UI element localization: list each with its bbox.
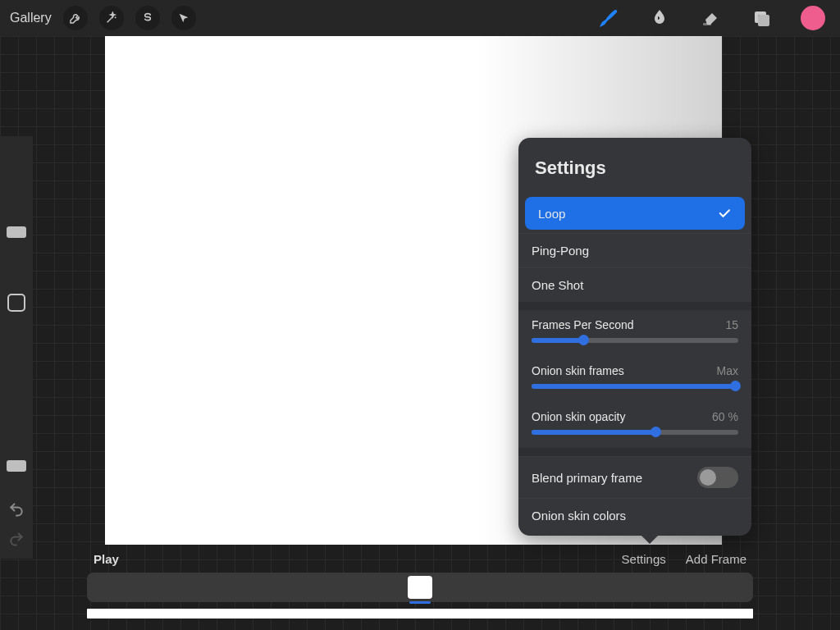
brush-opacity-knob[interactable] (7, 460, 26, 472)
fps-slider-knob[interactable] (578, 335, 589, 345)
timeline-header: Play Settings Add Frame (87, 546, 753, 571)
eraser-tool[interactable] (699, 7, 722, 30)
redo-icon[interactable] (8, 531, 25, 547)
adjustments-button[interactable] (99, 6, 124, 30)
onion-opacity-value: 60 % (712, 410, 738, 423)
onion-frames-slider-block: Onion skin frames Max (518, 356, 751, 402)
onion-opacity-slider[interactable] (532, 430, 738, 435)
onion-opacity-slider-block: Onion skin opacity 60 % (518, 402, 751, 448)
onion-opacity-label: Onion skin opacity (532, 410, 625, 423)
smudge-icon (650, 8, 669, 28)
undo-icon[interactable] (8, 501, 25, 518)
wand-icon (105, 11, 118, 25)
playback-mode-label: One Shot (532, 278, 583, 292)
fps-label: Frames Per Second (532, 318, 634, 331)
transform-button[interactable] (171, 6, 196, 30)
timeline-settings-button[interactable]: Settings (622, 552, 666, 566)
fps-slider-block: Frames Per Second 15 (518, 310, 751, 356)
svg-rect-0 (703, 23, 711, 25)
blend-primary-row: Blend primary frame (518, 456, 751, 498)
animation-settings-popover: Settings Loop Ping-Pong One Shot Frames … (518, 138, 751, 536)
popover-separator (518, 302, 751, 310)
onion-opacity-slider-knob[interactable] (651, 427, 661, 437)
playback-mode-label: Ping-Pong (532, 244, 589, 258)
gallery-button[interactable]: Gallery (10, 11, 52, 25)
playback-mode-pingpong[interactable]: Ping-Pong (518, 233, 751, 267)
onion-frames-value: Max (717, 364, 738, 377)
playback-mode-loop[interactable]: Loop (525, 197, 745, 230)
checkmark-icon (717, 206, 732, 221)
play-button[interactable]: Play (94, 552, 119, 566)
onion-skin-colors-label: Onion skin colors (532, 509, 626, 523)
onion-frames-slider[interactable] (532, 384, 738, 389)
top-toolbar: Gallery (0, 0, 840, 36)
fps-value: 15 (725, 318, 738, 331)
topbar-left-group: Gallery (10, 6, 196, 30)
layers-icon (751, 8, 771, 28)
brush-size-slider[interactable] (14, 141, 19, 281)
cursor-icon (177, 11, 190, 25)
modify-button[interactable] (7, 294, 25, 312)
blend-primary-toggle[interactable] (697, 467, 738, 488)
popover-title: Settings (518, 138, 751, 194)
left-sidebar (0, 136, 33, 559)
selection-button[interactable] (135, 6, 160, 30)
timeline-strip (87, 609, 753, 619)
layers-button[interactable] (750, 7, 773, 30)
timeline-track[interactable] (87, 573, 753, 602)
playback-mode-label: Loop (538, 207, 565, 221)
s-icon (141, 11, 154, 25)
onion-frames-label: Onion skin frames (532, 364, 624, 377)
onion-skin-colors-row[interactable]: Onion skin colors (518, 498, 751, 536)
add-frame-button[interactable]: Add Frame (686, 552, 746, 566)
onion-frames-slider-knob[interactable] (730, 381, 741, 391)
blend-primary-label: Blend primary frame (532, 471, 642, 485)
toggle-dot (700, 469, 716, 486)
color-swatch[interactable] (801, 6, 825, 30)
topbar-right-group (597, 6, 830, 30)
popover-separator (518, 448, 751, 456)
animation-timeline: Play Settings Add Frame (87, 546, 753, 620)
brush-size-knob[interactable] (7, 226, 26, 238)
frame-thumbnail[interactable] (408, 576, 432, 599)
popover-arrow (640, 534, 660, 544)
svg-rect-3 (758, 15, 769, 26)
current-frame-indicator (409, 601, 431, 604)
brush-icon (598, 7, 619, 29)
fps-slider[interactable] (532, 338, 738, 343)
brush-opacity-slider[interactable] (14, 333, 19, 472)
smudge-tool[interactable] (648, 7, 671, 30)
playback-mode-oneshot[interactable]: One Shot (518, 267, 751, 302)
actions-button[interactable] (63, 6, 88, 30)
wrench-icon (69, 11, 82, 25)
eraser-icon (701, 8, 720, 28)
brush-tool[interactable] (597, 7, 620, 30)
